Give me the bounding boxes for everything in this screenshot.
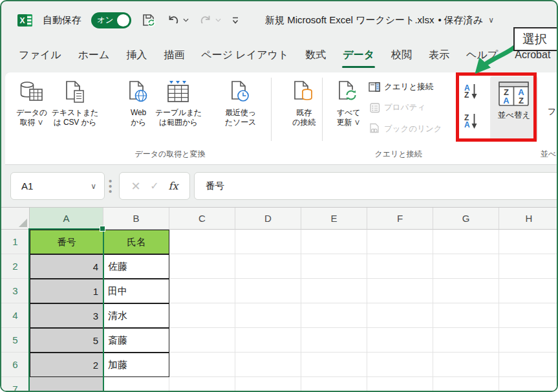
redo-button[interactable]	[199, 13, 221, 27]
recent-sources-button[interactable]: 最近使っ たソース	[216, 78, 265, 127]
cell-H5[interactable]	[499, 328, 557, 353]
cell-D2[interactable]	[235, 254, 301, 279]
tab-描画[interactable]: 描画	[155, 39, 193, 72]
cell-F7[interactable]	[367, 377, 433, 391]
cell-D4[interactable]	[235, 303, 301, 328]
queries-connections-button[interactable]: クエリと接続	[369, 82, 433, 93]
cell-C1[interactable]	[169, 230, 235, 254]
tab-ホーム[interactable]: ホーム	[70, 39, 118, 72]
row-header-7[interactable]: 7	[1, 377, 30, 391]
cell-F3[interactable]	[367, 279, 433, 303]
cell-A4[interactable]: 3	[30, 303, 103, 328]
cell-G2[interactable]	[433, 254, 499, 279]
cell-C7[interactable]	[169, 377, 235, 391]
cell-G6[interactable]	[433, 353, 499, 377]
sort-ascending-button[interactable]: AZ	[464, 83, 478, 100]
cell-A7[interactable]	[30, 377, 103, 391]
insert-function-icon[interactable]: fx	[169, 180, 178, 192]
cancel-entry-icon[interactable]: ✕	[131, 179, 140, 193]
cell-E4[interactable]	[301, 303, 367, 328]
cell-F5[interactable]	[367, 328, 433, 353]
cell-B1[interactable]: 氏名	[103, 230, 169, 254]
cell-D5[interactable]	[235, 328, 301, 353]
column-header-C[interactable]: C	[169, 208, 235, 230]
formula-bar-handle[interactable]: •••	[109, 179, 112, 194]
row-header-4[interactable]: 4	[1, 303, 30, 328]
cell-B6[interactable]: 加藤	[103, 353, 169, 377]
tab-挿入[interactable]: 挿入	[118, 39, 155, 72]
cell-E6[interactable]	[301, 353, 367, 377]
from-table-range-button[interactable]: テーブルまた は範囲から	[151, 78, 206, 127]
column-header-B[interactable]: B	[103, 208, 169, 230]
cell-B5[interactable]: 斎藤	[103, 328, 169, 353]
cell-F6[interactable]	[367, 353, 433, 377]
column-header-H[interactable]: H	[499, 208, 557, 230]
cell-F2[interactable]	[367, 254, 433, 279]
customize-toolbar-button[interactable]	[231, 16, 240, 25]
cell-H2[interactable]	[499, 254, 557, 279]
excel-logo-icon[interactable]: X	[17, 12, 33, 28]
cell-G5[interactable]	[433, 328, 499, 353]
tab-数式[interactable]: 数式	[297, 39, 334, 72]
cell-H7[interactable]	[499, 377, 557, 391]
cell-B2[interactable]: 佐藤	[103, 254, 169, 279]
cell-H3[interactable]	[499, 279, 557, 303]
cell-E5[interactable]	[301, 328, 367, 353]
save-button[interactable]	[141, 12, 156, 28]
sort-button[interactable]: Z A A Z 並べ替え	[490, 76, 538, 141]
cell-D7[interactable]	[235, 377, 301, 391]
column-header-G[interactable]: G	[433, 208, 499, 230]
cell-A6[interactable]: 2	[30, 353, 103, 377]
workbook-links-button[interactable]: ブックのリンク	[369, 123, 442, 135]
column-header-A[interactable]: A	[30, 208, 103, 230]
existing-connections-button[interactable]: 既存 の接続	[282, 78, 326, 127]
cell-H6[interactable]	[499, 353, 557, 377]
sort-descending-button[interactable]: ZA	[464, 113, 478, 130]
cell-A2[interactable]: 4	[30, 254, 103, 279]
cell-D6[interactable]	[235, 353, 301, 377]
name-box-dropdown-icon[interactable]: ∨	[91, 182, 96, 191]
cell-E3[interactable]	[301, 279, 367, 303]
row-header-6[interactable]: 6	[1, 353, 30, 377]
cell-F4[interactable]	[367, 303, 433, 328]
column-header-D[interactable]: D	[235, 208, 301, 230]
cell-E1[interactable]	[301, 230, 367, 254]
tab-ファイル[interactable]: ファイル	[10, 39, 70, 72]
cell-B4[interactable]: 清水	[103, 303, 169, 328]
cell-C3[interactable]	[169, 279, 235, 303]
tab-ヘルプ[interactable]: ヘルプ	[458, 39, 506, 72]
cell-D3[interactable]	[235, 279, 301, 303]
cell-G3[interactable]	[433, 279, 499, 303]
cell-C6[interactable]	[169, 353, 235, 377]
row-header-2[interactable]: 2	[1, 254, 30, 279]
title-dropdown-icon[interactable]: ∨	[488, 16, 494, 25]
tab-表示[interactable]: 表示	[420, 39, 458, 72]
cell-E2[interactable]	[301, 254, 367, 279]
cell-H1[interactable]	[499, 230, 557, 254]
cell-G1[interactable]	[433, 230, 499, 254]
get-data-button[interactable]: データの 取得 ∨	[10, 78, 53, 127]
tab-データ[interactable]: データ	[334, 39, 383, 72]
cell-G4[interactable]	[433, 303, 499, 328]
column-header-E[interactable]: E	[301, 208, 367, 230]
cell-A3[interactable]: 1	[30, 279, 103, 303]
cell-C2[interactable]	[169, 254, 235, 279]
autosave-toggle[interactable]: オン	[91, 12, 131, 28]
refresh-all-button[interactable]: すべて 更新 ∨	[327, 78, 370, 127]
cell-A1[interactable]: 番号	[30, 230, 103, 254]
cell-C5[interactable]	[169, 328, 235, 353]
from-web-button[interactable]: Web から	[122, 78, 155, 127]
cell-C4[interactable]	[169, 303, 235, 328]
cell-B7[interactable]	[103, 377, 169, 391]
cell-F1[interactable]	[367, 230, 433, 254]
cell-D1[interactable]	[235, 230, 301, 254]
cell-G7[interactable]	[433, 377, 499, 391]
filter-button-partial[interactable]: フ	[548, 106, 556, 118]
tab-ページ レイアウト[interactable]: ページ レイアウト	[193, 39, 297, 72]
tab-校閲[interactable]: 校閲	[383, 39, 420, 72]
from-text-csv-button[interactable]: テキストまた は CSV から	[48, 78, 102, 127]
cell-B3[interactable]: 田中	[103, 279, 169, 303]
column-header-F[interactable]: F	[367, 208, 433, 230]
cell-E7[interactable]	[301, 377, 367, 391]
properties-button[interactable]: プロパティ	[370, 102, 425, 113]
